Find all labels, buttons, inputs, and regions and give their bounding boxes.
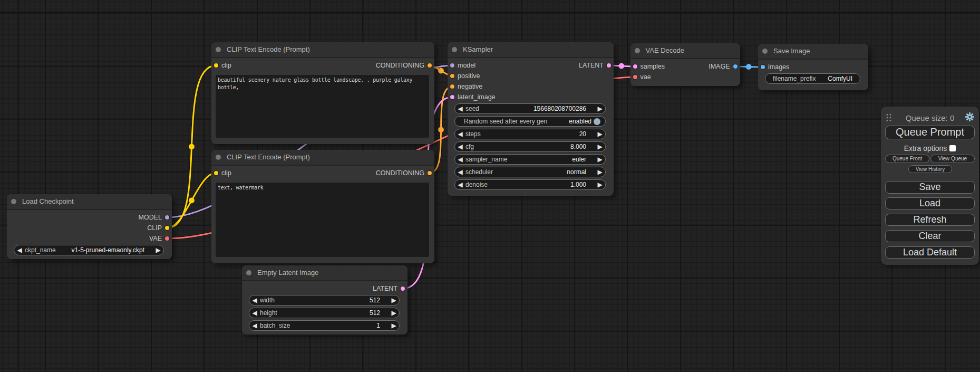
output-slot-model[interactable]: MODEL: [139, 212, 172, 223]
arrow-left-icon[interactable]: ◀: [249, 308, 260, 318]
load-default-button[interactable]: Load Default: [885, 246, 975, 259]
node-clip-text-encode-positive[interactable]: CLIP Text Encode (Prompt) clip CONDITION…: [211, 42, 434, 144]
load-button[interactable]: Load: [885, 197, 975, 210]
arrow-right-icon[interactable]: ▶: [389, 308, 399, 318]
arrow-right-icon[interactable]: ▶: [595, 155, 605, 165]
arrow-left-icon[interactable]: ◀: [249, 321, 260, 331]
node-empty-latent-image[interactable]: Empty Latent Image LATENT ◀ width 512 ▶ …: [242, 265, 407, 335]
arrow-right-icon[interactable]: ▶: [389, 321, 399, 331]
node-title-bar[interactable]: Empty Latent Image: [242, 265, 407, 281]
port-vae-icon[interactable]: [633, 75, 637, 79]
input-slot-positive[interactable]: positive: [448, 71, 480, 81]
port-image-icon[interactable]: [733, 64, 738, 69]
arrow-right-icon[interactable]: ▶: [595, 129, 605, 139]
port-clip-icon[interactable]: [165, 226, 169, 230]
port-model-icon[interactable]: [165, 215, 169, 220]
arrow-left-icon[interactable]: ◀: [455, 155, 465, 165]
output-slot-vae[interactable]: VAE: [149, 233, 172, 244]
port-model-icon[interactable]: [450, 63, 454, 68]
extra-options-checkbox[interactable]: [949, 145, 956, 151]
widget-batch-size[interactable]: ◀ batch_size 1 ▶: [249, 320, 400, 331]
widget-width[interactable]: ◀ width 512 ▶: [249, 295, 400, 306]
node-title-bar[interactable]: CLIP Text Encode (Prompt): [211, 42, 434, 58]
collapse-dot-icon[interactable]: [11, 199, 16, 204]
queue-front-button[interactable]: Queue Front: [885, 155, 929, 163]
arrow-left-icon[interactable]: ◀: [455, 167, 465, 177]
collapse-dot-icon[interactable]: [216, 47, 221, 52]
arrow-left-icon[interactable]: ◀: [455, 129, 465, 139]
arrow-right-icon[interactable]: ▶: [389, 295, 399, 306]
node-title-bar[interactable]: Save Image: [758, 44, 868, 60]
output-slot-image[interactable]: IMAGE: [709, 61, 740, 72]
widget-height[interactable]: ◀ height 512 ▶: [249, 308, 400, 318]
collapse-dot-icon[interactable]: [246, 270, 251, 275]
output-slot-latent[interactable]: LATENT: [373, 283, 407, 294]
node-save-image[interactable]: Save Image images filename_prefix ComfyU…: [758, 44, 868, 90]
input-slot-images[interactable]: images: [758, 62, 789, 72]
input-slot-negative[interactable]: negative: [448, 81, 482, 92]
output-slot-latent[interactable]: LATENT: [579, 60, 614, 71]
port-vae-icon[interactable]: [165, 236, 169, 241]
port-clip-icon[interactable]: [214, 171, 218, 175]
node-vae-decode[interactable]: VAE Decode samples vae IMAGE: [630, 43, 740, 86]
node-title-bar[interactable]: VAE Decode: [630, 43, 740, 59]
port-conditioning-icon[interactable]: [450, 74, 454, 78]
arrow-right-icon[interactable]: ▶: [595, 180, 605, 190]
output-slot-clip[interactable]: CLIP: [147, 223, 172, 233]
clear-button[interactable]: Clear: [885, 230, 975, 243]
widget-seed[interactable]: ◀ seed 156680208700286 ▶: [454, 103, 606, 114]
output-slot-conditioning[interactable]: CONDITIONING: [376, 60, 434, 71]
collapse-dot-icon[interactable]: [452, 47, 457, 52]
widget-ckpt-name[interactable]: ◀ ckpt_name v1-5-pruned-emaonly.ckpt ▶: [14, 245, 164, 255]
settings-gear-icon[interactable]: [965, 112, 974, 121]
collapse-dot-icon[interactable]: [216, 155, 221, 160]
widget-sampler-name[interactable]: ◀ sampler_name euler ▶: [454, 154, 606, 165]
prompt-textarea[interactable]: text, watermark: [216, 183, 429, 257]
view-history-button[interactable]: View History: [908, 165, 952, 174]
node-clip-text-encode-negative[interactable]: CLIP Text Encode (Prompt) clip CONDITION…: [211, 150, 434, 263]
widget-cfg[interactable]: ◀ cfg 8.000 ▶: [454, 141, 606, 152]
collapse-dot-icon[interactable]: [635, 48, 640, 53]
port-latent-icon[interactable]: [401, 287, 405, 291]
input-slot-clip[interactable]: clip: [211, 60, 231, 71]
widget-random-seed-toggle[interactable]: Random seed after every gen enabled: [454, 116, 606, 127]
refresh-button[interactable]: Refresh: [885, 214, 975, 226]
port-latent-icon[interactable]: [450, 95, 454, 99]
widget-denoise[interactable]: ◀ denoise 1.000 ▶: [454, 179, 606, 190]
save-button[interactable]: Save: [885, 181, 975, 194]
port-latent-icon[interactable]: [607, 63, 611, 68]
arrow-left-icon[interactable]: ◀: [455, 104, 465, 114]
arrow-right-icon[interactable]: ▶: [153, 245, 163, 255]
node-title-bar[interactable]: Load Checkpoint: [7, 194, 172, 210]
toggle-enabled-icon[interactable]: [594, 118, 600, 125]
input-slot-samples[interactable]: samples: [630, 61, 665, 72]
port-conditioning-icon[interactable]: [428, 63, 432, 68]
collapse-dot-icon[interactable]: [762, 49, 768, 54]
port-clip-icon[interactable]: [214, 63, 218, 68]
node-title-bar[interactable]: KSampler: [448, 42, 614, 58]
arrow-right-icon[interactable]: ▶: [595, 167, 605, 177]
node-load-checkpoint[interactable]: Load Checkpoint MODEL CLIP VAE ◀ ckpt_na…: [7, 194, 172, 259]
output-slot-conditioning[interactable]: CONDITIONING: [376, 168, 434, 178]
view-queue-button[interactable]: View Queue: [930, 155, 975, 163]
arrow-right-icon[interactable]: ▶: [595, 142, 605, 152]
port-image-icon[interactable]: [761, 65, 765, 69]
node-ksampler[interactable]: KSampler model positive negative latent_…: [448, 42, 614, 196]
arrow-left-icon[interactable]: ◀: [249, 295, 260, 306]
port-conditioning-icon[interactable]: [450, 84, 454, 89]
arrow-left-icon[interactable]: ◀: [455, 180, 465, 190]
input-slot-model[interactable]: model: [448, 60, 476, 71]
arrow-left-icon[interactable]: ◀: [455, 142, 465, 152]
prompt-textarea[interactable]: beautiful scenery nature glass bottle la…: [216, 75, 429, 138]
node-title-bar[interactable]: CLIP Text Encode (Prompt): [211, 150, 434, 166]
input-slot-clip[interactable]: clip: [211, 168, 231, 178]
input-slot-vae[interactable]: vae: [630, 72, 651, 82]
widget-scheduler[interactable]: ◀ scheduler normal ▶: [454, 167, 606, 177]
queue-prompt-button[interactable]: Queue Prompt: [885, 126, 975, 139]
arrow-right-icon[interactable]: ▶: [595, 104, 605, 114]
arrow-left-icon[interactable]: ◀: [14, 245, 25, 255]
widget-steps[interactable]: ◀ steps 20 ▶: [454, 129, 606, 139]
port-latent-icon[interactable]: [633, 64, 637, 69]
widget-filename-prefix[interactable]: filename_prefix ComfyUI: [765, 73, 860, 84]
input-slot-latent-image[interactable]: latent_image: [448, 92, 496, 102]
